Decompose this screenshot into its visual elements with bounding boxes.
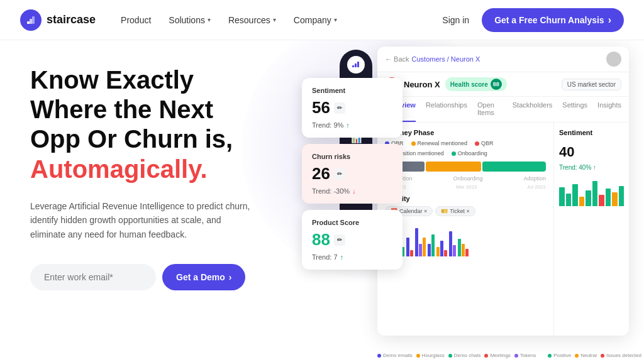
legend-issues: Issues detected [601,353,641,358]
back-link[interactable]: ← Back Customers / Neuron X [385,55,480,63]
adoption-segment [482,162,546,172]
activity-section-title: Activity [385,195,546,202]
legend-meetings: Meetings [484,353,510,358]
bottom-legend-left: Demo emails Hourglass Demo chats Meeting… [377,353,536,358]
chart-bar [431,234,435,256]
churn-card-trend: Trend: -30% ↓ [312,187,392,195]
churn-card-value: 26 [312,164,330,184]
legend-dot [411,141,416,146]
demo-button[interactable]: Get a Demo › [162,264,245,290]
tab-stackholders[interactable]: Stackholders [513,97,553,122]
chart-bar [436,247,440,256]
chart-bar-group [428,234,435,256]
mini-bar [586,190,591,206]
chart-bar-group [436,241,447,256]
signin-link[interactable]: Sign in [442,15,469,25]
churn-card: Churn risks 26 ✏ Trend: -30% ↓ [302,144,402,204]
chart-bar [449,231,452,256]
trend-up-icon: ↑ [340,253,344,261]
tab-settings[interactable]: Settings [562,97,587,122]
churn-card-label: Churn risks [312,153,392,160]
dashboard-main: Journey Phase QBR Renewal mentioned [377,123,553,336]
chart-bar [423,238,426,256]
logo-icon [20,9,42,31]
product-score-value-row: 88 ✏ [312,230,392,250]
legend-dot [601,354,604,358]
breadcrumb: Customers / Neuron X [412,55,480,63]
chart-bar [415,228,418,256]
legend-dot [514,354,518,358]
churn-card-value-row: 26 ✏ [312,164,392,184]
legend-dot [448,354,452,358]
legend-positive: Positive [548,353,571,358]
legend-neutral: Neutral [575,353,597,358]
tab-insights[interactable]: Insights [597,97,621,122]
customer-header: N Neuron X Health score 88 US market sec… [377,72,629,97]
arrow-right-icon: › [229,272,232,282]
chart-bar [428,244,431,256]
legend-dot [475,141,479,146]
nav-resources[interactable]: Resources ▾ [228,15,276,25]
chart-bar [406,238,409,256]
sentiment-card: Sentiment 56 ✏ Trend: 9% ↑ [302,78,402,138]
mini-bar [606,189,611,206]
customer-name: Neuron X [404,80,440,89]
mini-bar [612,192,618,206]
mini-bar [572,184,578,206]
email-input[interactable] [30,264,156,290]
chart-bar-group [406,238,413,256]
nav-company[interactable]: Company ▾ [294,15,337,25]
hero-left: Know Exactly Where the Next Opp Or Churn… [0,40,302,362]
logo[interactable]: staircase [20,9,96,31]
nav-product[interactable]: Product [121,15,151,25]
cta-button[interactable]: Get a Free Churn Analysis › [482,8,624,32]
chart-bar [419,244,422,256]
tab-relationships[interactable]: Relationships [426,97,467,122]
journey-bar [385,162,546,172]
chart-bar [453,245,456,256]
market-select[interactable]: US market sector [562,79,621,90]
trend-up-icon: ↑ [346,121,350,129]
svg-rect-5 [357,62,359,67]
legend-dot [416,354,420,358]
product-score-trend: Trend: 7 ↑ [312,253,392,261]
chart-bar [458,239,461,256]
edit-icon: ✏ [334,234,345,246]
product-score-card: Product Score 88 ✏ Trend: 7 ↑ [302,210,402,270]
email-row: Get a Demo › [30,264,277,290]
legend-dot [548,354,552,358]
logo-text: staircase [47,13,96,26]
chart-bar-group [449,231,456,256]
dashboard-body: Journey Phase QBR Renewal mentioned [377,123,629,336]
sentiment-title: Sentiment [559,129,624,136]
svg-rect-0 [27,21,30,24]
navbar: staircase Product Solutions ▾ Resources … [0,0,644,40]
tab-open-items[interactable]: Open Items [477,97,502,122]
journey-timeline: Acquisition Onboarding Adoption Feb 2022… [385,162,546,190]
nav-links: Product Solutions ▾ Resources ▾ Company … [121,15,442,25]
chart-bar-group [415,228,426,256]
legend-dot [377,354,381,358]
trend-down-icon: ↓ [352,187,356,195]
phone-app-icon [347,56,365,74]
legend-dot [452,151,456,156]
hero-description: Leverage Artificial Revenue Intelligence… [30,199,257,241]
svg-rect-1 [30,19,32,24]
nav-solutions[interactable]: Solutions ▾ [169,15,211,25]
chart-bar [410,250,413,256]
mini-bar [619,186,625,206]
legend-demo-chats: Demo chats [448,353,481,358]
hero-right: ⌂ 👤 📊 ⚙ ← Back Customers / Neuron X N Ne… [302,40,644,362]
legend-item: QBR [475,140,494,146]
timeline-axis: Acquisition Onboarding Adoption [385,175,546,182]
chart-bar [465,249,469,256]
sentiment-card-trend: Trend: 9% ↑ [312,121,392,129]
sentiment-card-value-row: 56 ✏ [312,98,392,118]
ticket-tag[interactable]: 🎫 Ticket × [435,206,475,216]
hero-title: Know Exactly Where the Next Opp Or Churn… [30,65,277,184]
legend-hourglass: Hourglass [416,353,445,358]
legend-dot [484,354,488,358]
svg-rect-4 [355,63,357,67]
sentiment-value: 40 [559,144,624,160]
bottom-legend-right: Positive Neutral Issues detected [548,353,641,358]
